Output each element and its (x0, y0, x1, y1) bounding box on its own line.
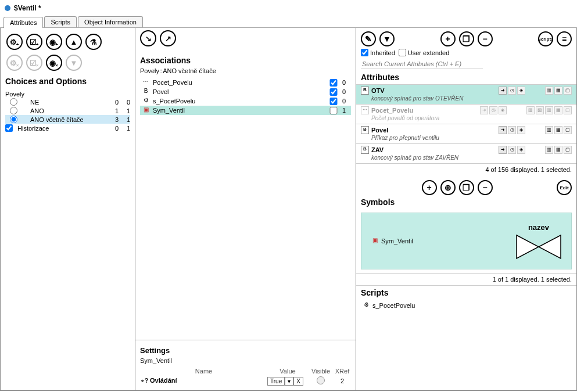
badge-chart2-icon[interactable]: ▦ (554, 126, 562, 134)
add-icon[interactable]: + (440, 31, 456, 46)
sym-add2-icon[interactable]: ⊕ (440, 180, 456, 195)
copy-icon[interactable]: ❐ (459, 31, 474, 46)
badge-b5-icon[interactable]: ▢ (564, 106, 572, 114)
list-icon[interactable]: ≡ (557, 31, 572, 46)
option-ano-citace[interactable]: ANO včetně čítače 3 1 (5, 115, 130, 124)
add-dot-icon[interactable]: ◉+ (46, 34, 62, 50)
dropdown-icon[interactable]: ▾ (285, 377, 293, 386)
badge-clock-icon[interactable]: ◷ (508, 146, 516, 154)
check-historizace[interactable]: Historizace 0 1 (5, 124, 130, 132)
tab-object-info[interactable]: Object Information (78, 16, 143, 27)
col-name: Name (140, 368, 267, 375)
assoc-subtitle: Povely::ANO včetně čítače (140, 67, 351, 74)
attr-badges: ➜ ◷ ◈ ▥ ▦ ▢ (499, 87, 572, 95)
remove-icon[interactable]: − (478, 31, 493, 46)
badge-box-icon[interactable]: ▢ (564, 87, 572, 95)
badge-b2-icon[interactable]: ▧ (536, 106, 544, 114)
search-input[interactable] (361, 59, 483, 69)
visible-toggle-icon[interactable] (317, 376, 325, 384)
sym-remove-icon[interactable]: − (478, 180, 493, 195)
badge-arrow-icon[interactable]: ➜ (480, 106, 488, 114)
sym-add-icon[interactable]: + (422, 180, 437, 195)
badge-chart2-icon[interactable]: ▦ (554, 87, 562, 95)
value-selector[interactable]: True ▾ X (267, 377, 308, 386)
option-ano-radio[interactable] (10, 107, 17, 114)
badge-chart1-icon[interactable]: ▥ (545, 126, 553, 134)
row-check[interactable] (329, 88, 338, 96)
attr-zav[interactable]: B ZAV ➜ ◷ ◈ ▥ ▦ ▢ koncový spínač pro sta… (356, 143, 576, 163)
del-gears-icon: ⚙× (6, 55, 23, 71)
badge-tag-icon[interactable]: ◈ (517, 87, 525, 95)
sym-edit-button[interactable]: Edit (557, 180, 572, 195)
badge-chart1-icon[interactable]: ▥ (545, 146, 553, 154)
badge-clock-icon[interactable]: ◷ (508, 126, 516, 134)
inherited-checkbox[interactable]: Inherited (361, 49, 395, 56)
svg-marker-1 (539, 235, 561, 258)
badge-arrow-icon[interactable]: ➜ (499, 126, 507, 134)
badge-box-icon[interactable]: ▢ (564, 126, 572, 134)
symbols-toolbar: + ⊕ ❐ − Edit (356, 175, 576, 196)
expand-in-icon[interactable]: ↘ (140, 30, 156, 46)
row-check[interactable] (329, 98, 338, 105)
add-gears-icon[interactable]: ⚙+ (6, 34, 23, 50)
user-extended-box[interactable] (399, 49, 406, 56)
flask-icon[interactable]: ⚗ (85, 34, 102, 50)
option-ano-citace-c2: 1 (119, 116, 130, 123)
add-check-icon[interactable]: ☑+ (26, 34, 42, 50)
badge-chart2-icon[interactable]: ▦ (554, 146, 562, 154)
badge-b1-icon[interactable]: ▥ (526, 106, 535, 114)
option-ne[interactable]: NE 0 0 (5, 98, 130, 106)
attr-name: Pocet_Povelu (371, 107, 480, 114)
clear-icon[interactable]: X (293, 377, 303, 386)
wand-icon[interactable]: ✎ (361, 31, 376, 46)
row-check[interactable] (329, 107, 338, 114)
scripts-button[interactable]: Scripts (538, 31, 553, 46)
attr-pocet[interactable]: ⋯ Pocet_Povelu ➜ ◷ ◈ ▥ ▧ ▥ ▦ ▢ Počet pov… (356, 104, 576, 124)
left-toolbar-2: ⚙× ☑× ◉× ▼ (5, 52, 130, 73)
inherited-box[interactable] (361, 49, 368, 56)
settings-data-row[interactable]: ⚬? Ovládání True ▾ X 2 (140, 376, 351, 386)
badge-tag-icon[interactable]: ◈ (517, 126, 525, 134)
badge-box-icon[interactable]: ▢ (564, 146, 572, 154)
attr-name: ZAV (371, 146, 499, 153)
badge-arrow-icon[interactable]: ➜ (499, 146, 507, 154)
symbol-name: Sym_Ventil (381, 238, 413, 244)
del-dot-icon[interactable]: ◉× (46, 55, 62, 71)
badge-b3-icon[interactable]: ▥ (545, 106, 553, 114)
row-check[interactable] (329, 79, 338, 87)
option-ano-label: ANO (20, 107, 107, 114)
up-arrow-icon[interactable]: ▲ (66, 34, 82, 50)
assoc-row-symventil[interactable]: ▣ Sym_Ventil 1 (140, 106, 351, 115)
tab-attributes[interactable]: Attributes (3, 17, 43, 28)
option-ano-citace-c1: 3 (107, 116, 119, 123)
attr-otv[interactable]: B OTV ➜ ◷ ◈ ▥ ▦ ▢ koncový spínač pro sta… (356, 84, 576, 104)
filter-icon[interactable]: ▼ (379, 31, 395, 46)
attr-desc: Počet povelů od operátora (371, 115, 572, 121)
assoc-row-spocet[interactable]: ⚙ s_PocetPovelu 0 (140, 96, 351, 106)
user-extended-checkbox[interactable]: User extended (399, 49, 450, 56)
attr-badges: ➜ ◷ ◈ ▥ ▦ ▢ (499, 126, 572, 134)
badge-tag-icon[interactable]: ◈ (499, 106, 507, 114)
user-extended-label: User extended (408, 49, 450, 56)
badge-chart1-icon[interactable]: ▥ (545, 87, 553, 95)
option-ano[interactable]: ANO 1 1 (5, 106, 130, 115)
assoc-row-pocet[interactable]: ⋯ Pocet_Povelu 0 (140, 78, 351, 87)
badge-arrow-icon[interactable]: ➜ (499, 87, 507, 95)
badge-clock-icon[interactable]: ◷ (489, 106, 497, 114)
check-historizace-box[interactable] (5, 124, 13, 132)
script-row[interactable]: ⚙ s_PocetPovelu (361, 300, 572, 311)
tab-scripts[interactable]: Scripts (44, 16, 77, 27)
sym-copy-icon[interactable]: ❐ (459, 180, 474, 195)
option-ano-citace-radio[interactable] (10, 116, 17, 123)
value-text: True (267, 377, 285, 386)
assoc-row-povel[interactable]: B Povel 0 (140, 87, 351, 96)
row-name: Pocet_Povelu (153, 79, 329, 86)
attr-povel[interactable]: B Povel ➜ ◷ ◈ ▥ ▦ ▢ Příkaz pro přepnutí … (356, 124, 576, 143)
badge-tag-icon[interactable]: ◈ (517, 146, 525, 154)
symbol-canvas[interactable]: ▣ Sym_Ventil nazev (361, 213, 572, 269)
scripts-heading: Scripts (361, 288, 572, 300)
badge-clock-icon[interactable]: ◷ (508, 87, 516, 95)
badge-b4-icon[interactable]: ▦ (554, 106, 562, 114)
option-ne-radio[interactable] (10, 98, 17, 106)
expand-out-icon[interactable]: ↗ (160, 30, 176, 46)
